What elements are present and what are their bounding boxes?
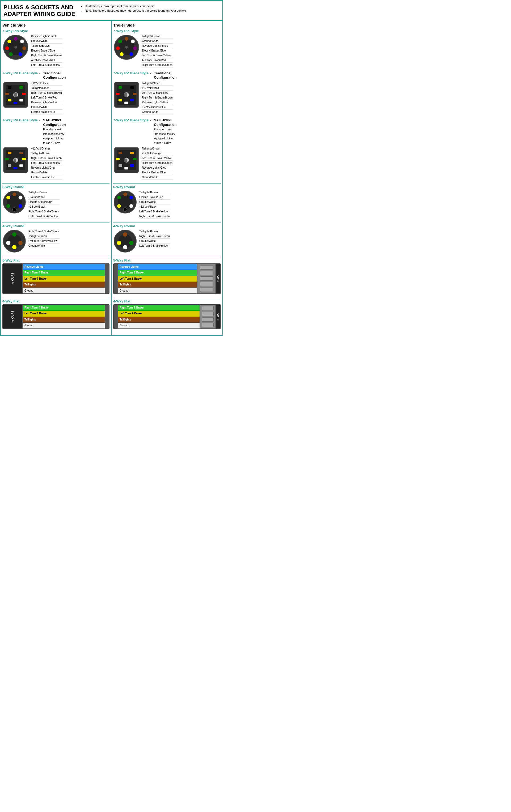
trailer-7way-rv-sae-title-row: 7-Way RV Blade Style - SAE J2863Configur… — [113, 118, 221, 145]
trailer-flat-wire-reverse: Reverse Lights — [118, 264, 197, 270]
svg-rect-74 — [133, 158, 137, 161]
trailer-7way-rv-sae-block: Taillights/Brown +12 Volt/Orange Left Tu… — [113, 146, 221, 180]
svg-point-85 — [117, 196, 121, 199]
svg-point-36 — [19, 204, 22, 208]
vehicle-4way-round-title: 4-Way Round — [2, 224, 109, 228]
vehicle-7way-rv-sae-title: 7-Way RV Blade Style — [2, 118, 38, 122]
trailer-7way-pin: 7-Way Pin Style — [113, 29, 221, 67]
svg-rect-25 — [8, 152, 11, 154]
vehicle-4way-flat-body: ⊣ CURT — [3, 305, 23, 328]
vehicle-7way-rv-trad-title: 7-Way RV Blade Style — [2, 71, 38, 75]
trailer-7way-rv-trad-config: TraditionalConfiguration — [154, 71, 177, 80]
svg-rect-66 — [124, 102, 128, 104]
svg-point-35 — [19, 196, 22, 199]
vehicle-7way-rv-sae-wires: +12 Volt/Orange Taillights/Brown Right T… — [31, 146, 62, 180]
vehicle-4way-round-svg — [2, 229, 26, 253]
svg-rect-16 — [5, 93, 9, 95]
divider-4 — [2, 298, 109, 298]
trailer-5way-flat-wires: Reverse Lights Right Turn & Brake Left T… — [118, 264, 197, 293]
trailer-4way-flat-pins — [199, 305, 216, 328]
flat-wire-tail: Taillights — [23, 282, 105, 288]
divider-t1 — [113, 183, 221, 184]
svg-point-38 — [6, 204, 10, 208]
svg-point-44 — [12, 245, 17, 249]
note-1: Illustrations shown represent rear views… — [85, 4, 186, 8]
svg-point-4 — [22, 47, 26, 50]
pin-3 — [200, 277, 213, 281]
page-title: PLUGS & SOCKETS ANDADAPTER WIRING GUIDE — [3, 4, 75, 18]
svg-rect-13 — [15, 93, 17, 97]
svg-rect-62 — [116, 93, 119, 95]
svg-point-89 — [129, 241, 133, 245]
vehicle-5way-flat-wires: Reverse Lights Right Turn & Brake Left T… — [23, 264, 105, 293]
vehicle-7way-pin-title: 7-Way Pin Style — [2, 29, 109, 33]
trailer-7way-pin-block: Taillights/Brown Ground/White Reverse Li… — [113, 34, 221, 67]
vehicle-7way-rv-trad-block: +12 Volt/Black Taillights/Green Right Tu… — [2, 81, 109, 114]
vehicle-7way-rv-sae: 7-Way RV Blade Style - SAE J2863Configur… — [2, 118, 109, 179]
svg-point-6 — [9, 52, 13, 56]
vehicle-7way-pin-wires: Reverse Lights/Purple Ground/White Taill… — [31, 34, 62, 67]
page-wrapper: PLUGS & SOCKETS ANDADAPTER WIRING GUIDE … — [1, 1, 222, 335]
vehicle-7way-rv-trad-title-row: 7-Way RV Blade Style - TraditionalConfig… — [2, 71, 109, 80]
svg-point-51 — [129, 52, 133, 56]
vehicle-7way-rv-blade-trad-svg — [2, 81, 29, 109]
svg-point-52 — [120, 52, 124, 56]
vehicle-6way-round: 6-Way Round Taillights/Brown G — [2, 185, 109, 219]
svg-rect-31 — [14, 167, 17, 169]
svg-point-49 — [131, 39, 135, 43]
vehicle-7way-rv-trad-wires: +12 Volt/Black Taillights/Green Right Tu… — [31, 81, 62, 114]
svg-rect-71 — [118, 152, 122, 154]
vehicle-5way-flat-body: ⊣ CURT — [3, 264, 23, 293]
svg-rect-15 — [19, 86, 23, 89]
divider-t2 — [113, 223, 221, 223]
vehicle-6way-round-svg — [2, 190, 26, 214]
trailer-flat-wire-ground: Ground — [118, 288, 197, 293]
svg-point-81 — [129, 196, 133, 199]
trailer-flat-wire-right-4: Right Turn & Brake — [118, 305, 199, 311]
trailer-6way-round-wires: Taillights/Brown Electric Brakes/Blue Gr… — [139, 190, 170, 219]
vehicle-4way-round: 4-Way Round Right Turn & Brake/Green Tai… — [2, 224, 109, 253]
svg-point-42 — [12, 232, 17, 237]
trailer-4way-round-title: 4-Way Round — [113, 224, 221, 228]
trailer-4way-flat-stub — [114, 305, 118, 328]
svg-rect-65 — [130, 99, 134, 102]
divider-3 — [2, 257, 109, 257]
svg-rect-64 — [118, 99, 122, 102]
vehicle-7way-rv-blade-sae-svg — [2, 146, 29, 174]
svg-point-7 — [5, 47, 9, 50]
divider-1 — [2, 183, 109, 184]
svg-point-55 — [125, 46, 128, 49]
trailer-side-title: Trailer Side — [113, 23, 221, 27]
trailer-4way-flat-body-right: CURT — [216, 305, 220, 328]
trailer-7way-rv-trad-title: 7-Way RV Blade Style — [113, 71, 149, 75]
svg-point-8 — [7, 39, 11, 43]
svg-rect-17 — [22, 93, 26, 95]
svg-rect-30 — [19, 164, 23, 167]
svg-point-39 — [6, 196, 10, 199]
vehicle-4way-round-wires: Right Turn & Brake/Green Taillights/Brow… — [28, 229, 59, 248]
trailer-flat-wire-left: Left Turn & Brake — [118, 276, 197, 282]
vehicle-7way-rv-trad-config: TraditionalConfiguration — [43, 71, 65, 80]
trailer-7way-rv-blade-trad-svg — [113, 81, 140, 109]
vehicle-5way-flat-brand: ⊣ CURT — [11, 272, 14, 285]
vehicle-7way-rv-trad: 7-Way RV Blade Style - TraditionalConfig… — [2, 71, 109, 115]
vehicle-5way-flat-title: 5-Way Flat — [2, 258, 109, 262]
vehicle-4way-flat-title: 4-Way Flat — [2, 299, 109, 303]
svg-point-45 — [6, 241, 10, 245]
flat-wire-left-4v: Left Turn & Brake — [23, 311, 105, 317]
flat-wire-right: Right Turn & Brake — [23, 270, 105, 276]
svg-rect-27 — [5, 158, 9, 161]
svg-rect-59 — [124, 93, 127, 97]
trailer-4way-flat-title: 4-Way Flat — [113, 299, 221, 303]
vehicle-4way-round-block: Right Turn & Brake/Green Taillights/Brow… — [2, 229, 109, 253]
flat-wire-left: Left Turn & Brake — [23, 276, 105, 282]
vehicle-4way-flat-brand: ⊣ CURT — [11, 311, 14, 323]
header: PLUGS & SOCKETS ANDADAPTER WIRING GUIDE … — [1, 1, 222, 20]
pin-t4 — [202, 323, 214, 327]
svg-point-53 — [116, 47, 120, 50]
svg-point-37 — [12, 208, 16, 211]
svg-rect-14 — [8, 86, 11, 89]
vehicle-4way-flat-wires: Right Turn & Brake Left Turn & Brake Tai… — [23, 305, 105, 328]
svg-point-91 — [117, 241, 121, 245]
note-2: Note: The colors illustrated may not rep… — [85, 8, 186, 13]
